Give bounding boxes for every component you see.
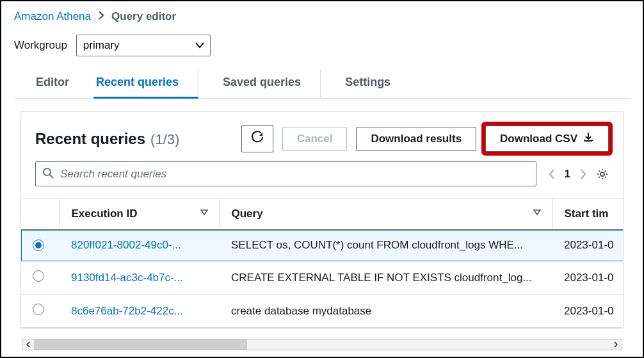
start-time-cell: 2023-01-0	[552, 230, 623, 261]
recent-queries-table: Execution ID Query Start t	[21, 198, 623, 328]
col-start-time[interactable]: Start tim	[552, 199, 623, 230]
recent-queries-panel: Recent queries (1/3) Cancel Download res…	[20, 111, 624, 329]
tab-bar: Editor Recent queries Saved queries Sett…	[14, 69, 630, 99]
page-prev-icon[interactable]	[548, 168, 556, 180]
tab-settings[interactable]: Settings	[342, 69, 393, 99]
workgroup-select-button[interactable]: primary	[76, 35, 211, 56]
download-icon	[583, 131, 594, 146]
pager: 1	[548, 168, 609, 181]
breadcrumb: Amazon Athena Query editor	[14, 10, 630, 23]
search-box[interactable]	[35, 161, 536, 186]
scroll-left-icon[interactable]	[22, 339, 34, 350]
download-csv-button[interactable]: Download CSV	[485, 126, 609, 152]
execution-id-link[interactable]: 8c6e76ab-72b2-422c...	[71, 305, 183, 317]
scroll-right-icon[interactable]	[610, 339, 622, 350]
workgroup-select[interactable]: primary	[76, 35, 211, 56]
search-icon	[42, 167, 54, 181]
search-input[interactable]	[60, 168, 529, 181]
svg-line-1	[50, 175, 53, 178]
filter-icon	[200, 207, 208, 220]
scroll-thumb[interactable]	[34, 339, 247, 350]
panel-count: (1/3)	[150, 131, 179, 148]
page-number: 1	[565, 168, 570, 181]
query-cell: create database mydatabase	[220, 295, 552, 328]
execution-id-link[interactable]: 9130fd14-ac3c-4b7c-...	[71, 272, 183, 284]
tab-saved-queries[interactable]: Saved queries	[220, 69, 321, 99]
filter-icon	[533, 207, 541, 220]
query-cell: SELECT os, COUNT(*) count FROM cloudfron…	[220, 230, 552, 261]
cancel-button: Cancel	[282, 127, 348, 151]
workgroup-label: Workgroup	[14, 39, 67, 52]
svg-point-0	[44, 168, 51, 175]
breadcrumb-root-link[interactable]: Amazon Athena	[14, 10, 91, 23]
chevron-right-icon	[97, 10, 105, 23]
refresh-button[interactable]	[241, 125, 273, 152]
row-radio[interactable]	[33, 270, 44, 282]
refresh-icon	[251, 131, 264, 147]
row-radio[interactable]	[33, 240, 44, 251]
start-time-cell: 2023-01-0	[552, 261, 623, 295]
table-row[interactable]: 8c6e76ab-72b2-422c... create database my…	[21, 295, 623, 328]
col-execution-id[interactable]: Execution ID	[60, 199, 220, 230]
query-cell: CREATE EXTERNAL TABLE IF NOT EXISTS clou…	[220, 261, 552, 295]
execution-id-link[interactable]: 820ff021-8002-49c0-...	[71, 239, 181, 251]
page-next-icon[interactable]	[579, 168, 587, 180]
table-row[interactable]: 820ff021-8002-49c0-... SELECT os, COUNT(…	[21, 230, 623, 261]
download-results-button[interactable]: Download results	[356, 127, 476, 151]
download-csv-label: Download CSV	[500, 133, 577, 145]
tab-recent-queries[interactable]: Recent queries	[93, 69, 198, 99]
col-query[interactable]: Query	[220, 199, 552, 230]
panel-title: Recent queries	[35, 130, 145, 148]
col-select	[21, 199, 60, 230]
scroll-track[interactable]	[34, 339, 610, 350]
svg-point-2	[600, 172, 604, 176]
start-time-cell: 2023-01-0	[552, 295, 623, 328]
breadcrumb-current: Query editor	[111, 10, 176, 23]
tab-editor[interactable]: Editor	[33, 69, 72, 99]
table-row[interactable]: 9130fd14-ac3c-4b7c-... CREATE EXTERNAL T…	[21, 261, 623, 295]
gear-icon[interactable]	[596, 168, 609, 181]
row-radio[interactable]	[33, 304, 44, 315]
horizontal-scrollbar[interactable]	[22, 339, 622, 350]
